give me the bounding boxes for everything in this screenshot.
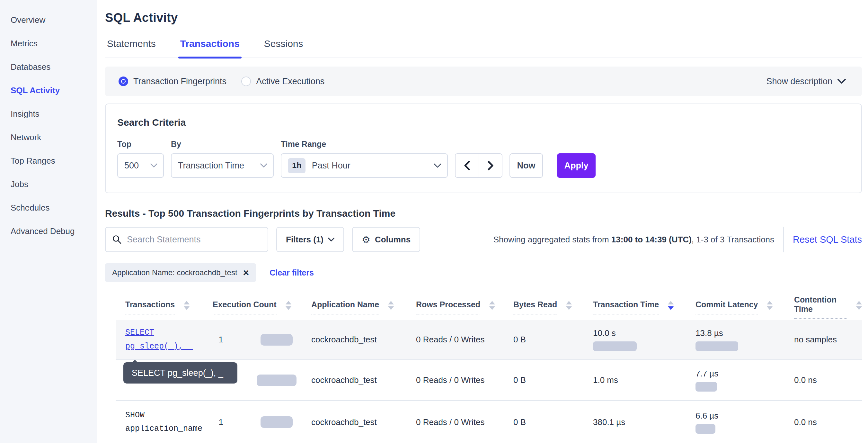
- search-input[interactable]: [127, 235, 261, 245]
- column-header-transactions[interactable]: Transactions: [116, 300, 203, 315]
- sidebar-item-jobs[interactable]: Jobs: [0, 173, 97, 196]
- reset-sql-stats-link[interactable]: Reset SQL Stats: [793, 234, 862, 245]
- tab-statements[interactable]: Statements: [105, 38, 158, 58]
- next-time-button[interactable]: [479, 154, 502, 177]
- commit-latency-bar: [695, 424, 715, 434]
- column-header-execution-count[interactable]: Execution Count: [203, 300, 302, 315]
- results-controls: Filters (1) ⚙ Columns Showing aggregated…: [105, 227, 862, 253]
- time-range-value: Past Hour: [312, 161, 434, 171]
- tab-sessions[interactable]: Sessions: [262, 38, 305, 58]
- column-header-commit-latency[interactable]: Commit Latency: [686, 300, 784, 315]
- sidebar-item-top-ranges[interactable]: Top Ranges: [0, 149, 97, 173]
- remove-filter-icon[interactable]: ×: [243, 267, 249, 278]
- view-mode-radio-group: Transaction FingerprintsActive Execution…: [119, 77, 339, 87]
- radio-option-transaction-fingerprints[interactable]: Transaction Fingerprints: [119, 77, 226, 87]
- contention-time-cell: 0.0 ns: [784, 401, 862, 443]
- filter-chip: Application Name: cockroachdb_test ×: [105, 263, 256, 282]
- column-header-label: Contention Time: [794, 295, 847, 319]
- column-header-rows-processed[interactable]: Rows Processed: [406, 300, 504, 315]
- top-select-value: 500: [124, 161, 150, 171]
- commit-latency-cell: 7.7 µs: [686, 360, 784, 400]
- sidebar-item-databases[interactable]: Databases: [0, 55, 97, 79]
- time-range-select[interactable]: 1h Past Hour: [281, 153, 448, 178]
- commit-latency-cell: 6.6 µs: [686, 401, 784, 443]
- column-header-label: Execution Count: [213, 300, 277, 315]
- tooltip-text: SELECT pg_sleep(_), _: [132, 368, 223, 378]
- gear-icon: ⚙: [362, 234, 370, 245]
- sidebar-item-metrics[interactable]: Metrics: [0, 32, 97, 55]
- transaction-time-bar: [593, 342, 637, 351]
- results-heading: Results - Top 500 Transaction Fingerprin…: [105, 208, 862, 219]
- sidebar-item-sql-activity[interactable]: SQL Activity: [0, 79, 97, 102]
- transaction-time-cell: 10.0 s: [583, 320, 686, 359]
- sidebar-item-insights[interactable]: Insights: [0, 102, 97, 126]
- by-select[interactable]: Transaction Time: [171, 153, 274, 178]
- application-name-cell: cockroachdb_test: [302, 360, 406, 400]
- radio-circle-icon: [241, 77, 251, 86]
- application-name-cell: cockroachdb_test: [302, 320, 406, 359]
- execution-count-value: 1: [219, 335, 260, 345]
- chevron-down-icon: [150, 163, 157, 168]
- top-select[interactable]: 500: [117, 153, 164, 178]
- columns-button[interactable]: ⚙ Columns: [352, 227, 420, 252]
- chevron-down-icon: [434, 163, 441, 168]
- column-header-bytes-read[interactable]: Bytes Read: [504, 300, 583, 315]
- search-criteria-card: Search Criteria Top 500 By Transaction T…: [105, 104, 862, 193]
- commit-latency-value: 6.6 µs: [695, 411, 781, 421]
- sidebar-nav: OverviewMetricsDatabasesSQL ActivityInsi…: [0, 8, 97, 243]
- transaction-fingerprint-link[interactable]: SELECT pg_sleep(_), _: [125, 326, 200, 353]
- chevron-right-icon: [487, 161, 494, 170]
- by-field: By Transaction Time: [171, 140, 274, 178]
- transaction-cell: SHOW application_name: [116, 401, 203, 443]
- sort-arrows-icon: [286, 301, 291, 310]
- commit-latency-value: 13.8 µs: [695, 328, 781, 338]
- clear-filters-link[interactable]: Clear filters: [270, 268, 314, 277]
- apply-button[interactable]: Apply: [557, 153, 596, 178]
- rows-processed-cell: 0 Reads / 0 Writes: [406, 320, 504, 359]
- previous-time-button[interactable]: [456, 154, 479, 177]
- active-filters-row: Application Name: cockroachdb_test × Cle…: [105, 263, 862, 282]
- sort-arrows-icon: [388, 301, 394, 310]
- app-root: OverviewMetricsDatabasesSQL ActivityInsi…: [0, 0, 868, 443]
- radio-label: Active Executions: [256, 77, 324, 87]
- column-header-label: Bytes Read: [513, 300, 557, 315]
- filters-button[interactable]: Filters (1): [276, 227, 344, 252]
- tab-transactions[interactable]: Transactions: [178, 38, 242, 58]
- contention-time-cell: no samples: [784, 320, 862, 359]
- sidebar-item-advanced-debug[interactable]: Advanced Debug: [0, 219, 97, 243]
- transaction-time-value: 1.0 ms: [593, 375, 683, 385]
- commit-latency-cell: 13.8 µs: [686, 320, 784, 359]
- filters-label: Filters (1): [286, 235, 323, 245]
- bytes-read-cell: 0 B: [504, 320, 583, 359]
- search-box: [105, 227, 268, 252]
- table-row: SHOW application_name1cockroachdb_test0 …: [116, 401, 862, 443]
- execution-count-value: 1: [219, 417, 260, 427]
- sort-arrows-icon: [856, 301, 862, 310]
- vertical-divider: [783, 227, 784, 253]
- sort-arrows-icon: [184, 301, 189, 310]
- radio-label: Transaction Fingerprints: [133, 77, 226, 87]
- execution-count-bar: [260, 334, 293, 346]
- column-header-transaction-time[interactable]: Transaction Time: [583, 300, 686, 315]
- contention-time-cell: 0.0 ns: [784, 360, 862, 400]
- column-header-label: Commit Latency: [695, 300, 758, 315]
- transaction-time-cell: 1.0 ms: [583, 360, 686, 400]
- show-description-label: Show description: [766, 77, 832, 87]
- column-header-contention-time[interactable]: Contention Time: [784, 295, 862, 319]
- tab-bar: StatementsTransactionsSessions: [105, 38, 862, 58]
- sort-arrows-icon: [566, 301, 572, 310]
- sort-arrows-icon: [668, 301, 674, 310]
- transaction-cell: SELECT pg_sleep(_), _: [116, 320, 203, 359]
- sidebar-item-network[interactable]: Network: [0, 126, 97, 149]
- commit-latency-bar: [695, 382, 717, 391]
- column-header-application-name[interactable]: Application Name: [302, 300, 406, 315]
- now-button[interactable]: Now: [509, 153, 543, 178]
- time-range-field: Time Range 1h Past Hour: [281, 140, 448, 178]
- execution-count-cell: 1: [203, 320, 302, 359]
- sidebar-item-schedules[interactable]: Schedules: [0, 196, 97, 219]
- column-header-label: Application Name: [311, 300, 379, 315]
- show-description-toggle[interactable]: Show description: [766, 77, 846, 87]
- transaction-tooltip: SELECT pg_sleep(_), _: [123, 362, 238, 384]
- sidebar-item-overview[interactable]: Overview: [0, 8, 97, 32]
- radio-option-active-executions[interactable]: Active Executions: [241, 77, 324, 87]
